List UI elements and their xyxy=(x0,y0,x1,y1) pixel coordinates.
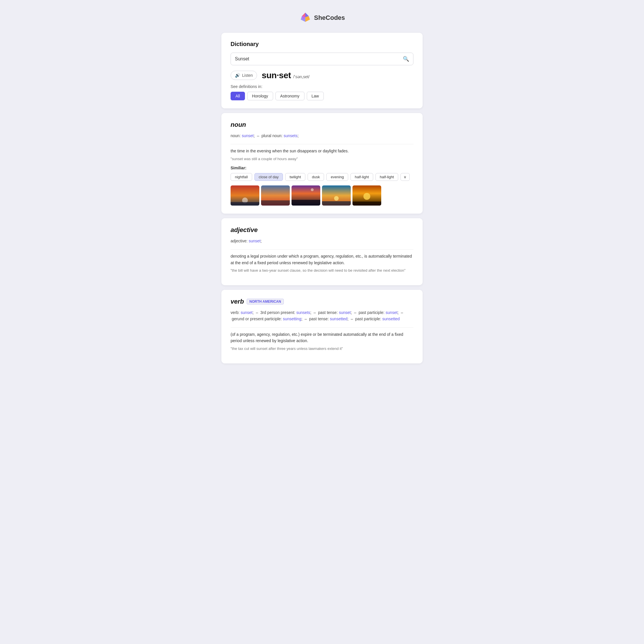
dictionary-title: Dictionary xyxy=(231,41,413,47)
filter-law[interactable]: Law xyxy=(307,92,324,100)
search-input[interactable] xyxy=(235,56,403,62)
divider-2 xyxy=(231,249,413,250)
noun-form-link[interactable]: sunset xyxy=(242,133,254,138)
svg-rect-15 xyxy=(322,201,351,206)
similiar-label: Similiar: xyxy=(231,166,413,170)
adj-definition: denoting a legal provision under which a… xyxy=(231,253,413,266)
verb-definition: (of a program, agency, regulation, etc.)… xyxy=(231,331,413,344)
plural-form-link[interactable]: sunsets xyxy=(283,133,297,138)
verb-pastpart2-link[interactable]: sunsetted xyxy=(382,317,400,321)
filter-astronomy[interactable]: Astronomy xyxy=(275,92,304,100)
svg-rect-11 xyxy=(292,200,320,206)
shecodes-logo-icon xyxy=(299,11,312,24)
adj-pos: adjective xyxy=(231,226,413,234)
listen-button[interactable]: 🔊 Listen xyxy=(231,71,257,80)
divider-3 xyxy=(231,327,413,328)
word-display: sun·set /ˈsən,set/ xyxy=(262,70,309,80)
word-header: 🔊 Listen sun·set /ˈsən,set/ xyxy=(231,70,413,80)
svg-point-17 xyxy=(363,193,370,200)
main-container: Dictionary 🔍 🔊 Listen sun·set /ˈsən,set/… xyxy=(221,33,423,363)
speaker-icon: 🔊 xyxy=(235,73,240,78)
north-american-badge: NORTH AMERICAN xyxy=(247,299,283,304)
tag-more[interactable]: ∨ xyxy=(400,173,410,181)
noun-definition: the time in the evening when the sun dis… xyxy=(231,148,413,154)
verb-pastpart-link[interactable]: sunset xyxy=(386,310,397,315)
adj-example: "the bill will have a two-year sunset cl… xyxy=(231,268,413,273)
verb-pos: verb xyxy=(231,298,244,305)
adj-form-link[interactable]: sunset xyxy=(249,239,260,243)
verb-card: verb NORTH AMERICAN verb: sunset; – 3rd … xyxy=(221,290,423,363)
tag-half-light-1[interactable]: half-light xyxy=(350,173,373,181)
filter-buttons: All Horology Astronomy Law xyxy=(231,92,413,100)
verb-form-link[interactable]: sunset xyxy=(241,310,252,315)
noun-forms: noun: sunset; – plural noun: sunsets; xyxy=(231,133,413,139)
svg-point-12 xyxy=(311,188,314,191)
dictionary-search-card: Dictionary 🔍 🔊 Listen sun·set /ˈsən,set/… xyxy=(221,33,423,108)
verb-forms: verb: sunset; – 3rd person present: suns… xyxy=(231,309,413,322)
tag-dusk[interactable]: dusk xyxy=(308,173,324,181)
adj-forms: adjective: sunset; xyxy=(231,238,413,244)
noun-pos: noun xyxy=(231,121,413,129)
sunset-image-4 xyxy=(322,185,351,206)
verb-example: "the tax cut will sunset after three yea… xyxy=(231,346,413,351)
search-icon[interactable]: 🔍 xyxy=(403,56,409,62)
sunset-image-1 xyxy=(231,185,259,206)
noun-card: noun noun: sunset; – plural noun: sunset… xyxy=(221,113,423,214)
site-header: SheCodes xyxy=(6,11,638,24)
sunset-image-5 xyxy=(352,185,381,206)
tag-evening[interactable]: evening xyxy=(326,173,348,181)
verb-past-link[interactable]: sunset xyxy=(339,310,351,315)
phonetic-text: /ˈsən,set/ xyxy=(293,74,309,79)
tag-close-of-day[interactable]: close of day xyxy=(254,173,283,181)
verb-gerund-link[interactable]: sunsetting xyxy=(283,317,301,321)
filter-horology[interactable]: Horology xyxy=(247,92,273,100)
verb-past2-link[interactable]: sunsetted xyxy=(330,317,348,321)
word-text: sun·set xyxy=(262,70,291,80)
filter-all[interactable]: All xyxy=(231,92,245,100)
divider-1 xyxy=(231,144,413,144)
sunset-image-3 xyxy=(292,185,320,206)
verb-3rd-link[interactable]: sunsets xyxy=(296,310,310,315)
tag-half-light-2[interactable]: half-light xyxy=(375,173,398,181)
adjective-card: adjective adjective: sunset; denoting a … xyxy=(221,218,423,285)
sunset-images xyxy=(231,185,413,206)
noun-example: "sunset was still a couple of hours away… xyxy=(231,157,413,161)
svg-rect-7 xyxy=(231,202,259,206)
listen-label: Listen xyxy=(242,73,253,78)
svg-rect-18 xyxy=(352,202,381,206)
sunset-image-2 xyxy=(261,185,290,206)
definitions-label: See definitions in: xyxy=(231,84,413,89)
svg-point-14 xyxy=(334,196,339,201)
search-box: 🔍 xyxy=(231,53,413,65)
similiar-tags: nightfall close of day twilight dusk eve… xyxy=(231,173,413,181)
svg-rect-9 xyxy=(261,200,290,206)
tag-nightfall[interactable]: nightfall xyxy=(231,173,252,181)
brand-name: SheCodes xyxy=(314,14,345,22)
tag-twilight[interactable]: twilight xyxy=(285,173,305,181)
